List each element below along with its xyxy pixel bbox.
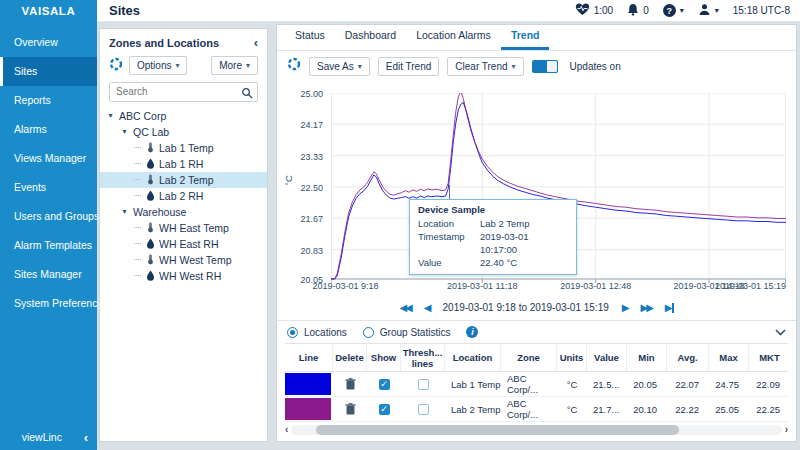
tab-status[interactable]: Status bbox=[285, 24, 335, 50]
bell-icon bbox=[627, 3, 639, 18]
updates-toggle[interactable] bbox=[532, 60, 558, 73]
caret-down-icon[interactable]: ▾ bbox=[120, 207, 129, 216]
tree-node-lab-1-temp[interactable]: Lab 1 Temp bbox=[100, 140, 267, 156]
tab-location-alarms[interactable]: Location Alarms bbox=[406, 24, 501, 50]
group-statistics-radio-label[interactable]: Group Statistics bbox=[380, 327, 451, 338]
delete-button[interactable] bbox=[333, 372, 367, 396]
tree-node-wh-west-rh[interactable]: WH West RH bbox=[100, 268, 267, 284]
sidebar-item-views-manager[interactable]: Views Manager bbox=[0, 144, 97, 173]
sidebar-item-users-and-groups[interactable]: Users and Groups bbox=[0, 202, 97, 231]
caret-down-icon: ▾ bbox=[246, 61, 250, 70]
units-cell: °C bbox=[557, 372, 587, 396]
show-checkbox[interactable]: ✓ bbox=[367, 397, 401, 421]
group-statistics-radio[interactable] bbox=[363, 327, 374, 338]
droplet-icon bbox=[145, 190, 155, 201]
scrollbar-track[interactable] bbox=[291, 425, 781, 435]
tooltip-pointer bbox=[449, 185, 450, 199]
tree-node-wh-west-temp[interactable]: WH West Temp bbox=[100, 252, 267, 268]
delete-button[interactable] bbox=[333, 397, 367, 421]
trend-chart: °C 25.0024.1723.3322.5021.6720.8320.05 D… bbox=[287, 89, 784, 295]
scroll-left-icon[interactable]: ‹ bbox=[285, 425, 288, 435]
sidebar-collapse-icon[interactable]: ‹ bbox=[84, 430, 97, 445]
thermometer-icon bbox=[145, 174, 155, 185]
checkbox-unchecked-icon[interactable] bbox=[418, 379, 429, 390]
checkbox-unchecked-icon[interactable] bbox=[418, 404, 429, 415]
tab-dashboard[interactable]: Dashboard bbox=[335, 24, 406, 50]
droplet-icon bbox=[145, 270, 155, 281]
search-input[interactable] bbox=[109, 82, 258, 102]
tree-connector bbox=[134, 163, 141, 164]
collapse-statistics-icon[interactable] bbox=[775, 329, 786, 336]
trash-icon[interactable] bbox=[345, 378, 356, 390]
panel-collapse-icon[interactable]: ‹ bbox=[254, 38, 258, 48]
page-forward-fast-button[interactable]: ▶▶ bbox=[640, 303, 651, 313]
updates-label: Updates on bbox=[570, 61, 621, 72]
tree-node-label: ABC Corp bbox=[119, 110, 166, 122]
value-cell: 21.5... bbox=[587, 372, 627, 396]
alarms-group[interactable]: 0 bbox=[627, 3, 649, 18]
tree-node-label: Lab 1 RH bbox=[159, 158, 203, 170]
tree-node-wh-east-temp[interactable]: WH East Temp bbox=[100, 220, 267, 236]
sidebar-item-alarms[interactable]: Alarms bbox=[0, 115, 97, 144]
caret-down-icon: ▾ bbox=[358, 62, 362, 71]
sidebar-item-events[interactable]: Events bbox=[0, 173, 97, 202]
show-checkbox[interactable]: ✓ bbox=[367, 372, 401, 396]
threshold-lines-checkbox[interactable] bbox=[401, 397, 445, 421]
options-button[interactable]: Options ▾ bbox=[129, 56, 187, 75]
trash-icon[interactable] bbox=[345, 403, 356, 415]
checkbox-checked-icon[interactable]: ✓ bbox=[379, 379, 390, 390]
edit-trend-button[interactable]: Edit Trend bbox=[378, 57, 440, 76]
checkbox-checked-icon[interactable]: ✓ bbox=[379, 404, 390, 415]
caret-down-icon[interactable]: ▾ bbox=[106, 111, 115, 120]
sidebar-footer: viewLinc ‹ bbox=[0, 424, 97, 450]
line-color-swatch bbox=[285, 372, 333, 396]
tree-node-label: Lab 1 Temp bbox=[159, 142, 214, 154]
tree-node-lab-2-rh[interactable]: Lab 2 RH bbox=[100, 188, 267, 204]
tree-node-qc-lab[interactable]: ▾QC Lab bbox=[100, 124, 267, 140]
sidebar-item-alarm-templates[interactable]: Alarm Templates bbox=[0, 231, 97, 260]
thermometer-icon bbox=[145, 142, 155, 153]
tree-node-lab-1-rh[interactable]: Lab 1 RH bbox=[100, 156, 267, 172]
x-tick-label: 2019-03-01 15:19 bbox=[715, 281, 786, 291]
more-button[interactable]: More ▾ bbox=[211, 56, 258, 75]
column-header-thresh-lines: Thresh... lines bbox=[401, 344, 445, 371]
tab-trend[interactable]: Trend bbox=[501, 24, 550, 50]
tree-node-wh-east-rh[interactable]: WH East RH bbox=[100, 236, 267, 252]
tree-node-lab-2-temp[interactable]: Lab 2 Temp bbox=[100, 172, 267, 188]
page-back-button[interactable]: ◀ bbox=[424, 303, 430, 313]
page-forward-button[interactable]: ▶ bbox=[622, 303, 628, 313]
location-cell: Lab 2 Temp bbox=[445, 397, 501, 421]
max-cell: 25.05 bbox=[709, 397, 749, 421]
column-header-delete: Delete bbox=[333, 344, 367, 371]
sidebar-item-reports[interactable]: Reports bbox=[0, 86, 97, 115]
info-icon[interactable]: i bbox=[466, 326, 478, 338]
sidebar-item-sites[interactable]: Sites bbox=[0, 57, 97, 86]
sidebar-item-overview[interactable]: Overview bbox=[0, 28, 97, 57]
refresh-icon[interactable] bbox=[109, 57, 123, 75]
save-as-button[interactable]: Save As ▾ bbox=[309, 57, 370, 76]
sidebar-item-sites-manager[interactable]: Sites Manager bbox=[0, 260, 97, 289]
locations-radio-label[interactable]: Locations bbox=[304, 327, 347, 338]
caret-down-icon[interactable]: ▾ bbox=[120, 127, 129, 136]
threshold-lines-checkbox[interactable] bbox=[401, 372, 445, 396]
system-status-group[interactable]: 1:00 bbox=[575, 3, 613, 18]
table-row-lab-2-temp: ✓Lab 2 TempABC Corp/...°C21.7...20.1022.… bbox=[285, 397, 788, 422]
tree-node-warehouse[interactable]: ▾Warehouse bbox=[100, 204, 267, 220]
refresh-icon[interactable] bbox=[287, 57, 301, 75]
droplet-icon bbox=[145, 238, 155, 249]
tree-node-label: QC Lab bbox=[133, 126, 169, 138]
scrollbar-thumb[interactable] bbox=[316, 425, 679, 435]
locations-radio[interactable] bbox=[287, 327, 298, 338]
chart-plot-area[interactable]: Device Sample LocationLab 2 Temp Timesta… bbox=[331, 93, 786, 279]
sidebar-item-system-preferences[interactable]: System Preferences bbox=[0, 289, 97, 318]
help-menu[interactable]: ? ▾ bbox=[663, 4, 684, 17]
page-to-end-button[interactable]: ▶ bbox=[665, 303, 674, 313]
clear-trend-button[interactable]: Clear Trend ▾ bbox=[447, 57, 523, 76]
user-menu[interactable]: ▾ bbox=[698, 3, 719, 18]
scroll-right-icon[interactable]: › bbox=[785, 425, 788, 435]
tree-node-abc-corp[interactable]: ▾ABC Corp bbox=[100, 108, 267, 124]
tooltip-title: Device Sample bbox=[418, 204, 568, 215]
column-header-mkt: MKT bbox=[749, 344, 790, 371]
column-header-location: Location bbox=[445, 344, 501, 371]
page-back-fast-button[interactable]: ◀◀ bbox=[399, 303, 410, 313]
